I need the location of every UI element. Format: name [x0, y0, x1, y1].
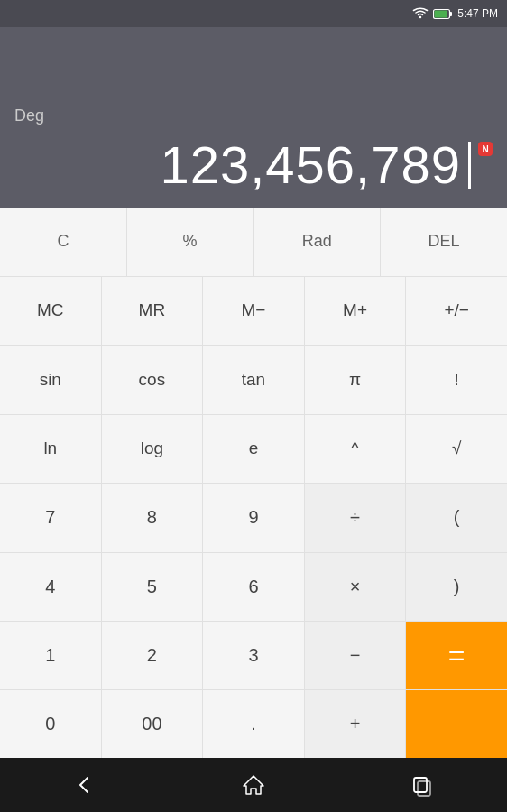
- display-area: Deg 123,456,789 N: [0, 27, 507, 208]
- row-2: sin cos tan π !: [0, 346, 507, 415]
- number-display: 123,456,789 N: [14, 134, 493, 195]
- svg-rect-5: [418, 781, 430, 796]
- one-button[interactable]: 1: [0, 622, 102, 689]
- status-time: 5:47 PM: [457, 7, 498, 20]
- doublezero-button[interactable]: 00: [102, 690, 204, 758]
- recent-icon: [410, 773, 434, 797]
- five-button[interactable]: 5: [102, 553, 204, 622]
- pi-button[interactable]: π: [305, 346, 407, 414]
- svg-rect-2: [435, 10, 447, 17]
- clear-button[interactable]: C: [0, 208, 127, 276]
- tan-button[interactable]: tan: [203, 346, 305, 414]
- two-button[interactable]: 2: [102, 622, 204, 689]
- cursor: [468, 142, 471, 189]
- nine-button[interactable]: 9: [203, 484, 305, 552]
- row-1: MC MR M− M+ +/−: [0, 277, 507, 346]
- row-0: C % Rad DEL: [0, 208, 507, 277]
- power-button[interactable]: ^: [305, 415, 407, 484]
- equals-bottom-fill: [406, 690, 507, 758]
- multiply-button[interactable]: ×: [305, 553, 407, 622]
- wifi-icon: [412, 7, 429, 20]
- status-icons: 5:47 PM: [412, 7, 498, 20]
- row-7: 0 00 . +: [0, 690, 507, 758]
- mplus-button[interactable]: M+: [305, 277, 407, 346]
- sign-button[interactable]: +/−: [406, 277, 507, 346]
- cos-button[interactable]: cos: [102, 346, 204, 414]
- battery-icon: [433, 8, 453, 20]
- mminus-button[interactable]: M−: [203, 277, 305, 346]
- home-button[interactable]: [169, 758, 337, 812]
- deg-label: Deg: [14, 106, 493, 125]
- divide-button[interactable]: ÷: [305, 484, 407, 552]
- back-button[interactable]: [0, 758, 169, 812]
- rad-button[interactable]: Rad: [254, 208, 382, 276]
- calculator: C % Rad DEL MC MR M− M+ +/− sin cos tan …: [0, 208, 507, 758]
- home-icon: [242, 773, 265, 797]
- seven-button[interactable]: 7: [0, 484, 102, 552]
- ln-button[interactable]: ln: [0, 415, 102, 484]
- lparen-button[interactable]: (: [406, 484, 507, 552]
- row-6: 1 2 3 − =: [0, 622, 507, 690]
- svg-rect-1: [450, 12, 453, 16]
- nav-bar: [0, 758, 507, 812]
- row-5: 4 5 6 × ): [0, 553, 507, 623]
- plus-button[interactable]: +: [305, 690, 407, 758]
- sqrt-button[interactable]: √: [406, 415, 507, 484]
- back-icon: [73, 773, 97, 797]
- zero-button[interactable]: 0: [0, 690, 102, 758]
- rparen-button[interactable]: ): [406, 553, 507, 622]
- del-button[interactable]: DEL: [381, 208, 507, 276]
- log-button[interactable]: log: [102, 415, 204, 484]
- mr-button[interactable]: MR: [102, 277, 204, 346]
- equals-button[interactable]: =: [406, 622, 507, 689]
- e-button[interactable]: e: [203, 415, 305, 484]
- recent-button[interactable]: [338, 758, 507, 812]
- sin-button[interactable]: sin: [0, 346, 102, 414]
- eight-button[interactable]: 8: [102, 484, 204, 552]
- main-number: 123,456,789: [160, 134, 461, 195]
- factorial-button[interactable]: !: [406, 346, 507, 414]
- four-button[interactable]: 4: [0, 553, 102, 622]
- row-3: ln log e ^ √: [0, 415, 507, 484]
- svg-rect-4: [414, 778, 427, 792]
- dot-button[interactable]: .: [203, 690, 305, 758]
- status-bar: 5:47 PM: [0, 0, 507, 27]
- notification-badge: N: [478, 142, 493, 156]
- svg-marker-3: [244, 776, 263, 794]
- bottom-rows: 1 2 3 − = 0 00 . +: [0, 622, 507, 758]
- row-4: 7 8 9 ÷ (: [0, 484, 507, 553]
- percent-button[interactable]: %: [127, 208, 254, 276]
- minus-button[interactable]: −: [305, 622, 407, 689]
- three-button[interactable]: 3: [203, 622, 305, 689]
- mc-button[interactable]: MC: [0, 277, 102, 346]
- six-button[interactable]: 6: [203, 553, 305, 622]
